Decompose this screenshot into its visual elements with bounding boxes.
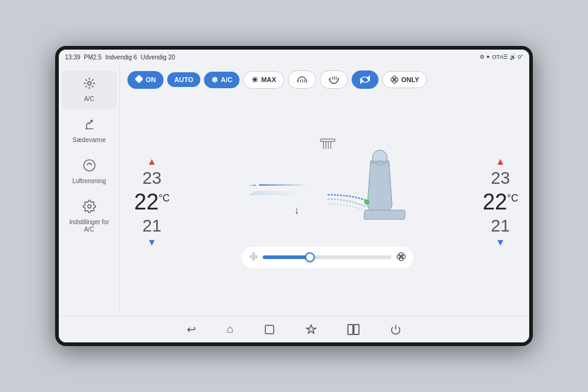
- svg-point-22: [253, 256, 254, 257]
- home-nav-icon[interactable]: ⌂: [227, 323, 233, 336]
- max-button[interactable]: ☀ MAX: [243, 71, 284, 89]
- fan-fast-icon: [396, 252, 406, 263]
- left-temp-lower: 21: [142, 217, 161, 235]
- right-temp-main-display: 22 °C: [483, 189, 518, 215]
- sidebar-settings-label: Indstillinger for A/C: [65, 219, 114, 233]
- sidebar-item-ac-settings[interactable]: Indstillinger for A/C: [62, 194, 117, 239]
- airflow-down-arrow: ↓: [294, 204, 300, 217]
- status-right: ⚙ ✦ OTA☰ 🔊 0°: [480, 54, 523, 60]
- right-temp-upper: 23: [491, 170, 510, 187]
- right-temp-up[interactable]: ▲: [496, 156, 505, 167]
- right-temp-down[interactable]: ▼: [496, 237, 505, 248]
- car-visualization: →: [176, 95, 479, 309]
- svg-rect-25: [348, 324, 353, 334]
- left-temp-control: ▲ 23 22 °C 21 ▼: [127, 95, 176, 309]
- left-temp-down[interactable]: ▼: [147, 237, 157, 248]
- fan-only-icon: [390, 75, 399, 84]
- outdoor-display: Udvendig 20: [141, 54, 175, 61]
- fan-slider-thumb[interactable]: [305, 252, 315, 262]
- car-seat-svg: [309, 149, 420, 241]
- auto-label: AUTO: [175, 76, 194, 83]
- svg-point-3: [138, 78, 140, 79]
- svg-point-1: [91, 120, 92, 122]
- fan-slider: [242, 247, 413, 268]
- device-frame: 13:39 PM2.5 Indvendig 6 Udvendig 20 ⚙ ✦ …: [55, 46, 533, 346]
- svg-point-23: [401, 255, 402, 257]
- right-temp-control: ▲ 23 22 °C 21 ▼: [479, 95, 522, 309]
- airflow-arrows: →: [248, 179, 308, 195]
- left-temp-up[interactable]: ▲: [147, 156, 157, 167]
- fan-slider-fill: [263, 255, 308, 259]
- svg-rect-15: [320, 139, 335, 141]
- fan-slow-icon: [249, 252, 258, 263]
- recirculate-button[interactable]: [352, 70, 379, 89]
- rear-defrost-button[interactable]: [320, 70, 348, 89]
- left-temp-unit: °C: [159, 193, 170, 204]
- sidebar-seat-label: Sædevarme: [72, 137, 105, 144]
- time-display: 13:39: [65, 54, 80, 61]
- sidebar-item-air-clean[interactable]: Luftrensning: [62, 153, 117, 191]
- ac-icon: [83, 77, 96, 93]
- apps-nav-icon[interactable]: [306, 324, 317, 335]
- indoor-display: Indvendig 6: [105, 54, 137, 61]
- recirculate-icon: [360, 75, 371, 85]
- left-temp-main: 22: [134, 189, 159, 215]
- svg-point-0: [88, 81, 91, 85]
- auto-button[interactable]: AUTO: [167, 72, 201, 87]
- ac-settings-icon: [83, 200, 96, 216]
- bottom-nav: ↩ ⌂: [59, 315, 529, 342]
- svg-point-21: [364, 200, 369, 205]
- sidebar-item-seat-heat[interactable]: Sædevarme: [62, 111, 117, 150]
- max-label: MAX: [261, 76, 276, 83]
- fan-on-icon: [135, 75, 143, 85]
- multiwindow-nav-icon[interactable]: [347, 324, 360, 335]
- right-panel: ON AUTO ❄ A/C ☀ MAX: [120, 64, 529, 315]
- main-content: A/C Sædevarme: [59, 64, 529, 315]
- svg-point-2: [88, 205, 91, 208]
- sidebar-ac-label: A/C: [84, 96, 94, 103]
- right-temp-lower: 21: [491, 217, 510, 235]
- sidebar-item-ac[interactable]: A/C: [62, 70, 117, 109]
- ac-label: A/C: [221, 76, 232, 83]
- status-bar: 13:39 PM2.5 Indvendig 6 Udvendig 20 ⚙ ✦ …: [59, 50, 529, 64]
- power-nav-icon[interactable]: [390, 324, 401, 335]
- car-svg-container: →: [230, 137, 426, 241]
- status-left: 13:39 PM2.5 Indvendig 6 Udvendig 20: [65, 54, 175, 61]
- fan-slider-track[interactable]: [263, 255, 391, 259]
- fan-only-label: ONLY: [401, 76, 420, 83]
- controls-row: ON AUTO ❄ A/C ☀ MAX: [127, 70, 522, 89]
- front-defrost-icon: [296, 75, 308, 85]
- seat-heat-icon: [83, 118, 96, 134]
- on-label: ON: [146, 76, 156, 83]
- ac-snowflake-icon: ❄: [211, 75, 218, 85]
- back-nav-icon[interactable]: ↩: [187, 323, 196, 336]
- sidebar: A/C Sædevarme: [59, 64, 120, 315]
- climate-area: ▲ 23 22 °C 21 ▼: [127, 95, 522, 309]
- left-temp-upper: 23: [142, 170, 161, 187]
- pm-display: PM2.5: [84, 54, 102, 61]
- svg-rect-26: [354, 324, 359, 334]
- rear-defrost-icon: [328, 75, 340, 85]
- front-defrost-button[interactable]: [288, 70, 316, 89]
- sidebar-air-label: Luftrensning: [72, 178, 106, 185]
- air-clean-icon: [83, 159, 96, 175]
- svg-rect-24: [265, 325, 274, 334]
- max-sun-icon: ☀: [251, 75, 258, 85]
- on-button[interactable]: ON: [127, 71, 164, 89]
- ac-button[interactable]: ❄ A/C: [204, 72, 239, 88]
- recents-nav-icon[interactable]: [264, 324, 275, 335]
- svg-point-14: [394, 79, 395, 80]
- fan-only-button[interactable]: ONLY: [382, 71, 428, 88]
- right-temp-main: 22: [483, 189, 507, 215]
- status-icons: ⚙ ✦ OTA☰ 🔊 0°: [480, 54, 523, 60]
- screen: 13:39 PM2.5 Indvendig 6 Udvendig 20 ⚙ ✦ …: [59, 50, 529, 342]
- right-temp-unit: °C: [507, 193, 518, 204]
- left-temp-main-display: 22 °C: [134, 189, 170, 215]
